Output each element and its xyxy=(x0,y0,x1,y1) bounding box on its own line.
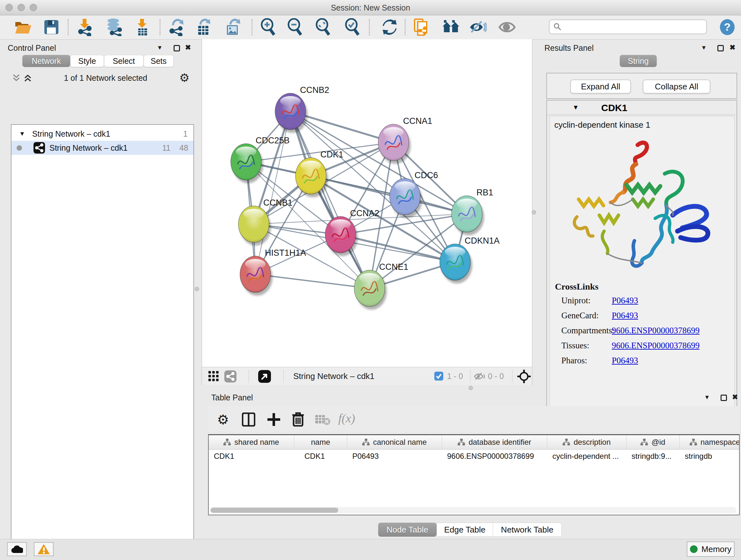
grid-view-icon[interactable] xyxy=(208,371,219,383)
tab-select[interactable]: Select xyxy=(104,55,144,67)
column-header[interactable]: database identifier xyxy=(442,435,547,449)
network-canvas[interactable]: CCNB2CCNA1CDC25BCDK1CDC6RB1CCNB1CCNA2CDK… xyxy=(202,39,532,367)
table-row[interactable]: CDK1 CDK1 P06493 9606.ENSP00000378699 cy… xyxy=(209,449,739,463)
column-header[interactable]: canonical name xyxy=(347,435,442,449)
navigator-icon[interactable] xyxy=(258,370,271,384)
protein-structure-image[interactable] xyxy=(559,135,719,273)
expand-all-button[interactable]: Expand All xyxy=(570,79,631,94)
tab-style[interactable]: Style xyxy=(70,55,104,67)
results-panel-float-icon[interactable] xyxy=(718,45,724,51)
network-node-CCNE1[interactable] xyxy=(354,270,387,310)
search-box[interactable] xyxy=(549,19,707,34)
column-header[interactable]: namespace xyxy=(680,435,740,449)
tab-string[interactable]: String xyxy=(620,55,657,67)
expand-all-icon[interactable] xyxy=(23,74,32,82)
zoom-out-icon[interactable] xyxy=(286,18,305,37)
network-node-CCNA1[interactable] xyxy=(378,124,411,164)
table-scrollbar-thumb[interactable] xyxy=(211,508,338,513)
save-session-icon[interactable] xyxy=(42,18,61,37)
table-header-row: shared name name canonical name database… xyxy=(209,435,739,449)
control-panel-close-icon[interactable]: ✖ xyxy=(185,44,191,52)
eye-icon[interactable] xyxy=(498,18,516,37)
table-settings-gear-icon[interactable]: ⚙ xyxy=(217,412,229,428)
node-result-header[interactable]: ▼ CDK1 xyxy=(547,101,737,115)
import-network-from-database-icon[interactable] xyxy=(105,18,123,37)
left-splitter-handle[interactable] xyxy=(195,287,199,291)
results-panel-close-icon[interactable]: ✖ xyxy=(730,44,735,52)
export-image-icon[interactable] xyxy=(223,18,242,37)
column-header[interactable]: @id xyxy=(626,435,680,449)
string-view-icon[interactable] xyxy=(224,370,237,384)
column-header[interactable]: shared name xyxy=(209,435,294,449)
export-network-icon[interactable] xyxy=(167,18,186,37)
network-options-gear-icon[interactable]: ⚙ xyxy=(179,71,190,84)
column-header[interactable]: description xyxy=(547,435,626,449)
delete-column-trash-icon[interactable] xyxy=(292,412,305,428)
search-input[interactable] xyxy=(562,22,697,32)
zoom-in-icon[interactable] xyxy=(259,18,278,37)
show-columns-icon[interactable] xyxy=(242,413,255,428)
network-node-CCNB2[interactable] xyxy=(275,93,308,133)
network-node-CDK1[interactable] xyxy=(295,158,328,197)
network-edge[interactable] xyxy=(311,176,467,214)
tab-sets[interactable]: Sets xyxy=(144,55,174,67)
help-icon[interactable]: ? xyxy=(718,18,737,37)
right-splitter-handle[interactable] xyxy=(532,210,536,214)
table-panel-collapse-icon[interactable]: ▾ xyxy=(705,393,709,401)
cell-namespace[interactable]: stringdb xyxy=(680,449,740,463)
tab-network-table[interactable]: Network Table xyxy=(493,523,562,537)
network-row-selected[interactable]: String Network – cdk1 11 48 xyxy=(11,141,193,155)
column-header[interactable]: name xyxy=(294,435,347,449)
zoom-fit-icon[interactable] xyxy=(314,18,333,37)
crosslink-value[interactable]: P06493 xyxy=(612,296,638,311)
tab-network[interactable]: Network xyxy=(22,55,70,67)
refresh-icon[interactable] xyxy=(381,18,399,37)
hide-unhide-icon[interactable] xyxy=(468,18,487,37)
hidden-eye-icon[interactable] xyxy=(474,372,485,382)
network-edge[interactable] xyxy=(290,111,369,288)
crosslink-value[interactable]: P06493 xyxy=(612,311,638,326)
memory-button[interactable]: Memory xyxy=(687,542,735,557)
zoom-selected-icon[interactable] xyxy=(343,18,362,37)
control-panel-collapse-icon[interactable]: ▾ xyxy=(158,44,161,52)
cell-database-identifier[interactable]: 9606.ENSP00000378699 xyxy=(442,449,547,463)
network-node-CCNB1[interactable] xyxy=(239,206,271,246)
cloud-button[interactable] xyxy=(7,542,27,556)
selected-checkbox-icon[interactable] xyxy=(434,372,443,382)
tab-node-table[interactable]: Node Table xyxy=(378,523,436,537)
tree-expand-icon[interactable]: ▼ xyxy=(19,130,25,137)
crosslink-value[interactable]: 9606.ENSP00000378699 xyxy=(612,326,699,341)
results-panel-collapse-icon[interactable]: ▾ xyxy=(702,44,705,52)
table-panel-float-icon[interactable] xyxy=(721,395,727,401)
add-column-icon[interactable] xyxy=(267,413,281,428)
collapse-all-button[interactable]: Collapse All xyxy=(643,79,711,94)
cell-description[interactable]: cyclin-dependent ... xyxy=(547,449,626,463)
export-table-icon[interactable] xyxy=(194,18,212,37)
crosslink-value[interactable]: 9606.ENSP00000378699 xyxy=(612,341,699,356)
function-builder-icon[interactable]: f(x) xyxy=(338,411,355,425)
cell-canonical-name[interactable]: P06493 xyxy=(347,449,442,463)
cell-id[interactable]: stringdb:9... xyxy=(626,449,680,463)
network-node-HIST1H1A[interactable] xyxy=(240,256,273,296)
network-node-CDKN1A[interactable] xyxy=(440,244,472,284)
warnings-button[interactable] xyxy=(34,542,54,556)
home-icon[interactable] xyxy=(442,18,460,37)
network-node-CDC25B[interactable] xyxy=(231,144,263,183)
cell-shared-name[interactable]: CDK1 xyxy=(209,449,294,463)
table-panel-close-icon[interactable]: ✖ xyxy=(732,393,738,401)
cell-name[interactable]: CDK1 xyxy=(294,449,347,463)
delete-table-icon[interactable] xyxy=(315,414,331,427)
duplicate-network-icon[interactable] xyxy=(412,18,431,37)
network-node-RB1[interactable] xyxy=(452,196,484,235)
tab-edge-table[interactable]: Edge Table xyxy=(436,523,493,537)
collapse-all-icon[interactable] xyxy=(12,74,20,82)
network-collection-row[interactable]: ▼ String Network – cdk1 1 xyxy=(11,127,193,141)
import-table-icon[interactable] xyxy=(133,18,151,37)
import-network-icon[interactable] xyxy=(75,18,94,37)
control-panel-float-icon[interactable] xyxy=(174,45,180,51)
crosshair-icon[interactable] xyxy=(517,370,531,384)
network-node-CCNA2[interactable] xyxy=(325,216,358,256)
open-file-icon[interactable] xyxy=(14,18,32,37)
crosslink-value[interactable]: P06493 xyxy=(612,356,638,371)
result-collapse-icon[interactable]: ▼ xyxy=(572,104,579,111)
